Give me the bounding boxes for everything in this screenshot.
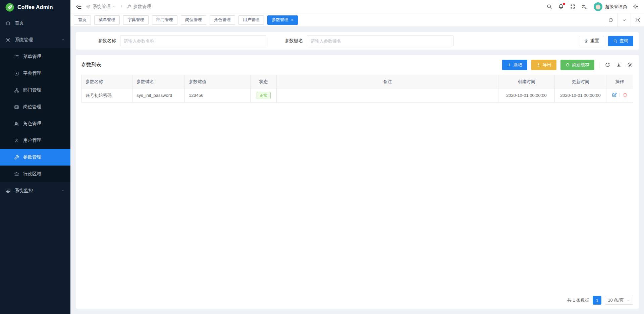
sidebar-collapse-icon[interactable] bbox=[76, 4, 82, 10]
cell-updated-at: 2020-10-01 00:00:00 bbox=[555, 88, 606, 103]
breadcrumb-current-label: 参数管理 bbox=[133, 4, 151, 10]
sidebar-item-role-mgmt[interactable]: 角色管理 bbox=[0, 115, 70, 132]
tab-dict-mgmt[interactable]: 字典管理 bbox=[123, 15, 149, 25]
cell-created-at: 2020-10-01 00:00:00 bbox=[498, 88, 555, 103]
tab-label: 字典管理 bbox=[127, 17, 144, 23]
tab-menu-mgmt[interactable]: 菜单管理 bbox=[94, 15, 120, 25]
cell-param-value: 123456 bbox=[185, 88, 251, 103]
sidebar-item-dict-mgmt[interactable]: 字典管理 bbox=[0, 65, 70, 82]
tab-post-mgmt[interactable]: 岗位管理 bbox=[181, 15, 206, 25]
edit-icon[interactable] bbox=[612, 92, 617, 98]
gear-icon bbox=[5, 37, 11, 43]
tab-label: 角色管理 bbox=[214, 17, 231, 23]
page-number-button[interactable]: 1 bbox=[593, 296, 601, 305]
close-icon[interactable]: × bbox=[291, 18, 293, 22]
tab-bar: 首页 菜单管理 字典管理 部门管理 岗位管理 角色管理 用户管理 参数管理 × bbox=[70, 13, 644, 27]
sidebar-item-label: 字典管理 bbox=[23, 70, 41, 76]
dictionary-icon bbox=[14, 71, 19, 76]
gear-icon bbox=[86, 4, 91, 9]
pagination: 共 1 条数据 1 10 条/页 bbox=[567, 296, 633, 305]
notification-badge bbox=[563, 3, 565, 5]
tab-home[interactable]: 首页 bbox=[74, 15, 91, 25]
tab-label: 菜单管理 bbox=[99, 17, 115, 23]
sidebar-item-home[interactable]: 首页 bbox=[0, 15, 70, 32]
sidebar-item-post-mgmt[interactable]: 岗位管理 bbox=[0, 99, 70, 115]
chevron-down-icon bbox=[61, 189, 65, 193]
refresh-cache-button[interactable]: 刷新缓存 bbox=[560, 60, 594, 70]
fullscreen-icon[interactable] bbox=[570, 4, 576, 9]
content-maximize-icon[interactable] bbox=[631, 13, 644, 26]
reset-button[interactable]: 重置 bbox=[579, 36, 604, 46]
sidebar-group-system[interactable]: 系统管理 bbox=[0, 32, 70, 48]
settings-gear-icon[interactable] bbox=[633, 4, 639, 9]
search-icon bbox=[613, 39, 618, 43]
sidebar-item-dept-mgmt[interactable]: 部门管理 bbox=[0, 82, 70, 99]
sidebar-item-label: 岗位管理 bbox=[23, 104, 41, 110]
col-header-actions: 操作 bbox=[606, 75, 633, 88]
user-menu[interactable]: 超级管理员 bbox=[594, 2, 627, 11]
post-badge-icon bbox=[14, 105, 19, 110]
translate-icon[interactable]: 文A bbox=[582, 4, 588, 10]
table-settings-gear-icon[interactable] bbox=[626, 61, 633, 68]
tab-label: 用户管理 bbox=[243, 17, 260, 23]
param-key-input[interactable] bbox=[307, 36, 453, 46]
plus-icon bbox=[507, 63, 512, 67]
table-refresh-icon[interactable] bbox=[604, 61, 611, 68]
tab-dept-mgmt[interactable]: 部门管理 bbox=[152, 15, 177, 25]
param-name-label: 参数名称 bbox=[98, 38, 116, 44]
toolbar-divider bbox=[599, 62, 599, 68]
username: 超级管理员 bbox=[605, 4, 627, 10]
sidebar-group-monitor[interactable]: 系统监控 bbox=[0, 182, 70, 199]
chevron-down-icon bbox=[627, 299, 630, 302]
sidebar-group-label: 系统监控 bbox=[15, 188, 33, 194]
param-key-label: 参数键名 bbox=[285, 38, 303, 44]
sidebar-item-user-mgmt[interactable]: 用户管理 bbox=[0, 132, 70, 149]
row-height-icon[interactable] bbox=[615, 61, 622, 68]
breadcrumb-current: 参数管理 bbox=[127, 4, 151, 10]
menu-list-icon bbox=[14, 54, 19, 59]
add-button[interactable]: 新增 bbox=[502, 60, 527, 70]
export-button[interactable]: 导出 bbox=[531, 60, 556, 70]
status-badge: 正常 bbox=[257, 92, 271, 99]
app-logo[interactable]: Coffee Admin bbox=[0, 0, 70, 15]
pagination-total: 共 1 条数据 bbox=[567, 297, 589, 303]
tab-role-mgmt[interactable]: 角色管理 bbox=[210, 15, 235, 25]
sidebar-item-menu-mgmt[interactable]: 菜单管理 bbox=[0, 48, 70, 65]
chevron-up-icon bbox=[61, 38, 65, 42]
avatar bbox=[594, 2, 602, 11]
query-button-label: 查询 bbox=[620, 38, 628, 44]
search-form-card: 参数名称 参数键名 重置 查询 bbox=[76, 32, 639, 50]
cell-actions bbox=[606, 88, 633, 103]
breadcrumb-separator: / bbox=[121, 4, 122, 9]
sidebar-item-param-mgmt[interactable]: 参数管理 bbox=[0, 149, 70, 166]
notification-bell-icon[interactable] bbox=[558, 4, 564, 9]
table-header-row: 参数名称 参数键名 参数键值 状态 备注 创建时间 更新时间 操作 bbox=[82, 75, 633, 88]
table-row[interactable]: 账号初始密码 sys_init_password 123456 正常 2020-… bbox=[82, 88, 633, 103]
param-list-card: 参数列表 新增 导出 bbox=[76, 55, 639, 309]
tab-user-mgmt[interactable]: 用户管理 bbox=[238, 15, 264, 25]
delete-trash-icon[interactable] bbox=[623, 92, 628, 98]
page-size-select[interactable]: 10 条/页 bbox=[605, 296, 633, 305]
tab-label: 参数管理 bbox=[272, 17, 288, 23]
sidebar-item-region[interactable]: 行政区域 bbox=[0, 166, 70, 182]
tabs-refresh-icon[interactable] bbox=[604, 13, 617, 26]
refresh-cache-button-label: 刷新缓存 bbox=[572, 62, 589, 68]
col-header-created: 创建时间 bbox=[498, 75, 555, 88]
sidebar-item-label: 部门管理 bbox=[23, 87, 41, 93]
tabs-dropdown-chevron-icon[interactable] bbox=[617, 13, 631, 26]
monitor-board-icon bbox=[5, 188, 11, 193]
col-header-name: 参数名称 bbox=[82, 75, 132, 88]
top-header: 系统管理 / 参数管理 bbox=[70, 0, 644, 13]
tab-param-mgmt[interactable]: 参数管理 × bbox=[267, 15, 298, 25]
search-icon[interactable] bbox=[546, 4, 552, 9]
query-button[interactable]: 查询 bbox=[608, 36, 633, 46]
bank-building-icon bbox=[14, 172, 19, 177]
breadcrumb-parent[interactable]: 系统管理 bbox=[86, 4, 116, 10]
download-icon bbox=[536, 63, 541, 67]
main-area: 系统管理 / 参数管理 bbox=[70, 0, 644, 314]
cell-status: 正常 bbox=[251, 88, 277, 103]
param-name-input[interactable] bbox=[120, 36, 266, 46]
app-title: Coffee Admin bbox=[17, 4, 53, 10]
roles-icon bbox=[14, 121, 19, 126]
action-divider bbox=[620, 93, 620, 97]
